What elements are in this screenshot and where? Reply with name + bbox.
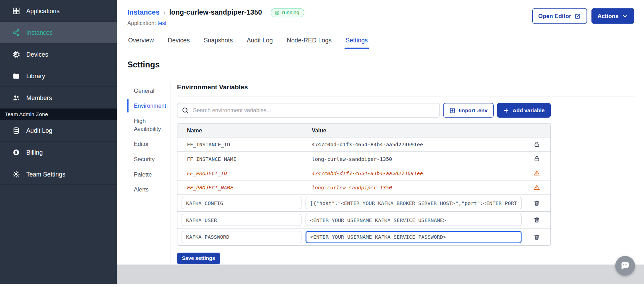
table-row: FF_PROJECT_ID 4747c0bd-d1f3-4654-84b4-aa… <box>177 166 550 180</box>
header-buttons: Open Editor Actions <box>532 8 634 24</box>
breadcrumb-separator: › <box>163 9 166 17</box>
env-var-name-input[interactable] <box>182 231 302 243</box>
delete-variable-button[interactable] <box>533 199 541 207</box>
sidebar-item-library[interactable]: Library <box>0 65 117 87</box>
table-row: FF_INSTANCE_NAME long-curlew-sandpiper-1… <box>177 152 550 166</box>
sidebar-item-audit-log[interactable]: Audit Log <box>0 120 117 142</box>
tab-node-red-logs[interactable]: Node-RED Logs <box>286 32 333 49</box>
table-header-row: Name Value <box>177 124 550 138</box>
add-variable-button[interactable]: Add variable <box>497 103 551 117</box>
env-toolbar: Import .env Add variable <box>177 103 551 117</box>
gear-icon <box>12 170 20 178</box>
delete-variable-button[interactable] <box>533 233 541 241</box>
sidebar-item-label: Audit Log <box>26 127 53 134</box>
lock-icon <box>533 141 540 148</box>
actions-label: Actions <box>597 13 619 19</box>
sidebar-item-team-settings[interactable]: Team Settings <box>0 163 117 185</box>
section-title: Environment Variables <box>177 82 635 96</box>
actions-button[interactable]: Actions <box>591 8 634 24</box>
env-var-value-input-focused[interactable] <box>305 231 522 243</box>
sidebar-item-label: Applications <box>26 7 59 14</box>
settings-nav: General Environment High Availability Ed… <box>127 82 170 264</box>
add-variable-label: Add variable <box>512 107 544 114</box>
sidebar-item-label: Billing <box>26 149 43 156</box>
warning-icon <box>533 170 540 177</box>
env-var-name: FF_INSTANCE_ID <box>182 141 230 148</box>
sidebar-item-instances[interactable]: Instances <box>0 22 117 44</box>
sidebar-item-devices[interactable]: Devices <box>0 43 117 65</box>
env-var-name: FF_PROJECT_ID <box>182 170 227 176</box>
lock-icon <box>533 155 540 162</box>
table-row <box>177 212 550 228</box>
instance-name: long-curlew-sandpiper-1350 <box>169 9 262 17</box>
import-env-label: Import .env <box>459 107 487 114</box>
sidebar: Applications Instances Devices Library <box>0 0 117 284</box>
plus-icon <box>503 107 509 114</box>
settings-nav-palette[interactable]: Palette <box>127 168 170 181</box>
application-link[interactable]: test <box>158 20 167 26</box>
env-var-name: FF_INSTANCE_NAME <box>182 156 237 162</box>
env-var-value-input[interactable] <box>305 197 522 209</box>
sidebar-item-members[interactable]: Members <box>0 87 117 109</box>
sidebar-item-label: Members <box>26 94 52 101</box>
sidebar-item-applications[interactable]: Applications <box>0 0 117 22</box>
search-icon <box>182 107 189 116</box>
external-link-icon <box>574 13 581 19</box>
status-badge-label: running <box>282 10 299 16</box>
settings-nav-editor[interactable]: Editor <box>127 137 170 150</box>
env-var-value: 4747c0bd-d1f3-4654-84b4-aa5d274691ee <box>305 170 423 176</box>
applications-icon <box>12 7 20 14</box>
save-settings-button[interactable]: Save settings <box>177 253 220 264</box>
sidebar-item-label: Library <box>26 72 45 79</box>
footer-band <box>117 264 644 284</box>
instances-icon <box>12 28 20 36</box>
billing-icon: $ <box>12 148 20 156</box>
instance-tabs: Overview Devices Snapshots Audit Log Nod… <box>117 32 644 49</box>
settings-nav-environment[interactable]: Environment <box>127 99 170 113</box>
page: Applications Instances Devices Library <box>0 0 644 287</box>
warning-icon <box>533 184 540 191</box>
tab-overview[interactable]: Overview <box>127 32 155 49</box>
status-badge: running <box>271 8 304 17</box>
sidebar-item-label: Devices <box>26 51 48 58</box>
env-var-value-input[interactable] <box>305 214 522 226</box>
breadcrumb-instances-link[interactable]: Instances <box>127 9 160 17</box>
divider <box>177 96 635 96</box>
open-editor-label: Open Editor <box>538 13 571 19</box>
env-var-value: 4747c0bd-d1f3-4654-84b4-aa5d274691ee <box>305 141 423 148</box>
search-input[interactable] <box>177 103 440 117</box>
running-status-icon <box>274 10 279 15</box>
settings-nav-security[interactable]: Security <box>127 153 170 166</box>
env-var-name-input[interactable] <box>182 214 302 226</box>
env-var-value: long-curlew-sandpiper-1350 <box>305 184 392 191</box>
env-var-name-input[interactable] <box>182 197 302 209</box>
import-icon <box>449 107 455 114</box>
delete-variable-button[interactable] <box>533 216 541 224</box>
tab-audit-log[interactable]: Audit Log <box>246 32 274 49</box>
sidebar-item-label: Team Settings <box>26 170 65 177</box>
table-row: FF_PROJECT_NAME long-curlew-sandpiper-13… <box>177 180 550 195</box>
settings-nav-high-availability[interactable]: High Availability <box>127 115 170 135</box>
team-admin-zone-label: Team Admin Zone <box>0 109 117 120</box>
tab-settings[interactable]: Settings <box>345 32 369 49</box>
sidebar-item-billing[interactable]: $ Billing <box>0 141 117 163</box>
settings-nav-alerts[interactable]: Alerts <box>127 183 170 196</box>
table-row: FF_INSTANCE_ID 4747c0bd-d1f3-4654-84b4-a… <box>177 137 550 151</box>
settings-nav-general[interactable]: General <box>127 84 170 97</box>
environment-panel: Environment Variables <box>170 82 635 264</box>
main-content: Instances › long-curlew-sandpiper-1350 r… <box>117 0 644 284</box>
library-icon <box>12 72 20 80</box>
members-icon <box>12 94 20 101</box>
import-env-button[interactable]: Import .env <box>443 103 494 117</box>
chat-icon <box>620 261 630 271</box>
chat-widget-button[interactable] <box>615 256 635 276</box>
tab-devices[interactable]: Devices <box>167 32 191 49</box>
audit-log-icon <box>12 126 20 134</box>
env-var-value: long-curlew-sandpiper-1350 <box>305 156 392 162</box>
open-editor-button[interactable]: Open Editor <box>532 8 587 24</box>
tab-snapshots[interactable]: Snapshots <box>203 32 233 49</box>
column-header-value: Value <box>305 128 527 134</box>
page-title: Settings <box>127 60 644 69</box>
table-row <box>177 229 550 245</box>
application-label: Application: <box>127 20 156 26</box>
